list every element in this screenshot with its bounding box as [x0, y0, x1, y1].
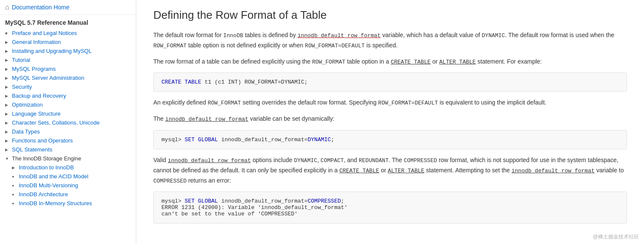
- sidebar-label-intro-innodb: Introduction to InnoDB: [19, 164, 74, 171]
- code3-kw: SET GLOBAL: [185, 198, 218, 204]
- para1-row-format: ROW_FORMAT: [153, 43, 187, 49]
- para1-text5: table option is not defined explicitly o…: [187, 42, 305, 49]
- sidebar-label-preface: Preface and Legal Notices: [12, 30, 77, 36]
- para5-compact: COMPACT: [321, 157, 344, 164]
- sidebar-label-optimization: Optimization: [12, 102, 43, 108]
- para5-text3: ,: [317, 157, 321, 163]
- para3-text1: An explicitly defined: [153, 99, 208, 106]
- sidebar-item-functions[interactable]: ▶Functions and Operators: [0, 136, 136, 145]
- sidebar-marker-innodb: ▼: [5, 157, 9, 161]
- para5-text2: options include: [251, 157, 294, 163]
- sidebar-item-innodb[interactable]: ▼The InnoDB Storage Engine: [0, 154, 136, 163]
- para2-text4: statement. For example:: [476, 58, 542, 65]
- para4: The innodb_default_row_format variable c…: [153, 114, 627, 124]
- code3-line1: mysql> SET GLOBAL innodb_default_row_for…: [161, 198, 619, 204]
- sidebar-label-in-memory: InnoDB In-Memory Structures: [19, 200, 92, 206]
- para5-text4: , and: [344, 157, 359, 163]
- page-title: Defining the Row Format of a Table: [153, 9, 627, 22]
- para2: The row format of a table can be defined…: [153, 57, 627, 67]
- para5-alter-link[interactable]: ALTER TABLE: [388, 168, 424, 174]
- para3: An explicitly defined ROW_FORMAT setting…: [153, 98, 627, 108]
- para2-alter-link[interactable]: ALTER TABLE: [439, 59, 476, 65]
- sidebar-label-backup: Backup and Recovery: [12, 93, 66, 99]
- para1: The default row format for InnoDB tables…: [153, 30, 627, 51]
- para5-link1[interactable]: innodb_default_row_format: [168, 157, 251, 164]
- sidebar-marker-functions: ▶: [5, 139, 9, 143]
- para1-text1: The default row format for: [153, 32, 223, 38]
- para3-text3: is equivalent to using the implicit defa…: [438, 99, 546, 106]
- sidebar-marker-in-memory: ●: [12, 201, 16, 206]
- code3-val: COMPRESSED: [308, 198, 341, 204]
- para5-compressed: COMPRESSED: [404, 157, 437, 164]
- code3-rest1: innodb_default_row_format=: [218, 198, 308, 204]
- sidebar-item-tutorial[interactable]: ▶Tutorial: [0, 55, 136, 64]
- sidebar-nav-list: ■Preface and Legal Notices▶General Infor…: [0, 29, 136, 208]
- sidebar-item-preface[interactable]: ■Preface and Legal Notices: [0, 29, 136, 38]
- para3-row-format: ROW_FORMAT: [208, 100, 241, 106]
- sidebar-marker-programs: ▶: [5, 67, 9, 71]
- para4-text2: variable can be set dynamically:: [248, 115, 334, 122]
- para5-text5: . The: [388, 157, 404, 163]
- code2-kw: SET GLOBAL: [185, 137, 218, 143]
- para2-text3: or: [431, 58, 439, 65]
- sidebar-label-innodb: The InnoDB Storage Engine: [12, 155, 81, 162]
- sidebar-item-intro-innodb[interactable]: ▶Introduction to InnoDB: [0, 163, 136, 172]
- sidebar-label-architecture: InnoDB Architecture: [19, 191, 68, 198]
- para1-link1[interactable]: innodb_default_row_format: [298, 32, 381, 39]
- sidebar-item-acid[interactable]: ●InnoDB and the ACID Model: [0, 172, 136, 181]
- sidebar-item-installing[interactable]: ▶Installing and Upgrading MySQL: [0, 46, 136, 55]
- para1-dynamic: DYNAMIC: [482, 32, 505, 39]
- code2-rest: innodb_default_row_format=: [218, 137, 308, 143]
- sidebar-marker-backup: ▶: [5, 94, 9, 98]
- para2-row-format: ROW_FORMAT: [312, 59, 345, 65]
- para5-compressed2: COMPRESSED: [153, 178, 187, 184]
- para3-text2: setting overrides the default row format…: [241, 99, 378, 106]
- sidebar-marker-intro-innodb: ▶: [12, 166, 16, 170]
- sidebar-item-backup[interactable]: ▶Backup and Recovery: [0, 91, 136, 100]
- sidebar-item-datatypes[interactable]: ▶Data Types: [0, 127, 136, 136]
- para5-text1: Valid: [153, 157, 168, 163]
- para1-text2: tables is defined by: [243, 32, 298, 38]
- sidebar-item-multiversioning[interactable]: ●InnoDB Multi-Versioning: [0, 181, 136, 190]
- para3-row-format2: ROW_FORMAT=DEFAULT: [378, 100, 438, 106]
- para5-dynamic: DYNAMIC: [294, 157, 317, 164]
- sidebar-label-functions: Functions and Operators: [12, 137, 73, 144]
- sidebar: ⌂ Documentation Home MySQL 5.7 Reference…: [0, 0, 136, 244]
- sidebar-label-multiversioning: InnoDB Multi-Versioning: [19, 182, 78, 189]
- para4-link[interactable]: innodb_default_row_format: [165, 116, 248, 122]
- sidebar-item-sql[interactable]: ▶SQL Statements: [0, 145, 136, 154]
- sidebar-marker-tutorial: ▶: [5, 58, 9, 62]
- sidebar-item-language[interactable]: ▶Language Structure: [0, 109, 136, 118]
- para5-text8: statement. Attempting to set the: [424, 167, 512, 174]
- sidebar-label-general: General Information: [12, 39, 61, 45]
- code-block-3: mysql> SET GLOBAL innodb_default_row_for…: [153, 192, 627, 224]
- code3-prompt1: mysql>: [161, 198, 185, 204]
- sidebar-marker-datatypes: ▶: [5, 130, 9, 134]
- sidebar-marker-server-admin: ▶: [5, 76, 9, 80]
- code-block-1: CREATE TABLE t1 (c1 INT) ROW_FORMAT=DYNA…: [153, 73, 627, 92]
- para5-text10: returns an error:: [187, 177, 231, 184]
- sidebar-item-general[interactable]: ▶General Information: [0, 38, 136, 46]
- sidebar-item-server-admin[interactable]: ▶MySQL Server Administration: [0, 73, 136, 82]
- para5-create-link[interactable]: CREATE TABLE: [339, 168, 380, 174]
- para1-text6: is specified.: [365, 42, 397, 49]
- sidebar-item-optimization[interactable]: ▶Optimization: [0, 100, 136, 109]
- para5-link2[interactable]: innodb_default_row_format: [512, 168, 595, 174]
- sidebar-marker-preface: ■: [5, 31, 9, 35]
- sidebar-label-acid: InnoDB and the ACID Model: [19, 173, 88, 180]
- sidebar-item-security[interactable]: ▶Security: [0, 82, 136, 91]
- sidebar-item-architecture[interactable]: ●InnoDB Architecture: [0, 190, 136, 199]
- sidebar-item-programs[interactable]: ▶MySQL Programs: [0, 64, 136, 73]
- doc-home-link[interactable]: Documentation Home: [12, 4, 69, 11]
- para2-create-link[interactable]: CREATE TABLE: [391, 59, 431, 65]
- code3-line3: can't be set to the value of 'COMPRESSED…: [161, 211, 619, 217]
- sidebar-item-charsets[interactable]: ▶Character Sets, Collations, Unicode: [0, 118, 136, 127]
- sidebar-item-in-memory[interactable]: ●InnoDB In-Memory Structures: [0, 199, 136, 208]
- code2-semi: ;: [331, 137, 334, 143]
- para2-text2: table option in a: [345, 58, 391, 65]
- para1-text4: . The default row format is used when th…: [505, 32, 615, 38]
- sidebar-label-server-admin: MySQL Server Administration: [12, 75, 84, 81]
- sidebar-label-datatypes: Data Types: [12, 128, 40, 135]
- para5-text7: or: [379, 167, 388, 174]
- code2-prompt: mysql>: [161, 137, 185, 143]
